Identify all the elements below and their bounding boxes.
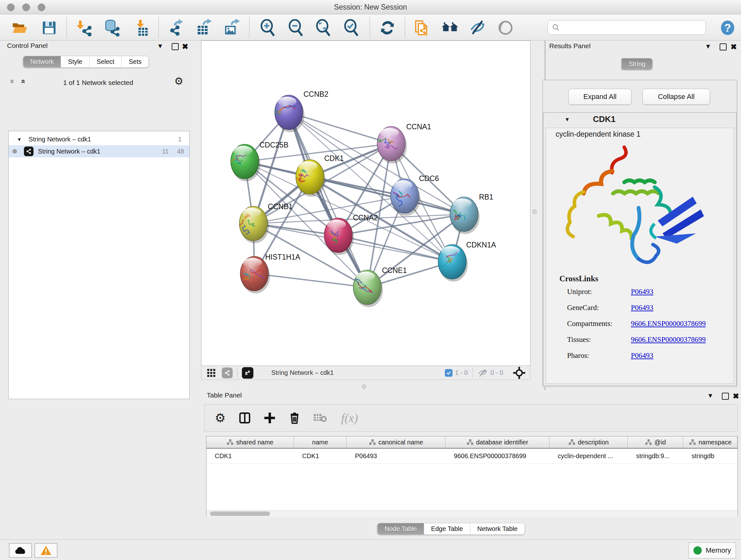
network-edge[interactable] bbox=[338, 235, 452, 262]
control-panel-float-icon[interactable] bbox=[172, 43, 179, 50]
network-node-HIST1H1A[interactable]: HIST1H1A bbox=[240, 253, 300, 294]
tab-sets[interactable]: Sets bbox=[122, 56, 149, 68]
zoom-in-icon[interactable] bbox=[259, 19, 277, 37]
zoom-selected-icon[interactable] bbox=[343, 19, 360, 37]
shared-column-icon bbox=[645, 439, 652, 445]
function-builder-icon[interactable]: f(x) bbox=[341, 411, 358, 425]
table-panel-float-icon[interactable] bbox=[722, 393, 729, 400]
network-node-CCNE1[interactable]: CCNE1 bbox=[353, 266, 407, 307]
network-node-CDKN1A[interactable]: CDKN1A bbox=[438, 241, 496, 282]
expand-all-button[interactable]: Expand All bbox=[568, 89, 631, 105]
tab-network-table[interactable]: Network Table bbox=[470, 523, 525, 535]
network-node-CCNA1[interactable]: CCNA1 bbox=[377, 123, 431, 164]
network-edge[interactable] bbox=[254, 273, 367, 287]
network-edge[interactable] bbox=[289, 112, 367, 287]
help-icon[interactable]: ? bbox=[719, 19, 737, 37]
results-panel-close-icon[interactable]: ✖ bbox=[731, 43, 737, 51]
tab-style[interactable]: Style bbox=[61, 56, 89, 68]
column-header--id[interactable]: @id bbox=[628, 436, 683, 448]
network-row[interactable]: String Network – cdk1 11 48 bbox=[9, 145, 189, 158]
save-session-icon[interactable] bbox=[40, 19, 58, 37]
table-row[interactable]: CDK1CDK1P064939606.ENSP00000378699cyclin… bbox=[206, 449, 738, 463]
search-input[interactable] bbox=[560, 23, 695, 32]
detach-view-icon[interactable] bbox=[242, 367, 253, 379]
crosslink-value-link[interactable]: P06493 bbox=[631, 288, 653, 296]
export-image-icon[interactable] bbox=[222, 19, 240, 37]
column-header-name[interactable]: name bbox=[294, 436, 347, 448]
control-panel-close-icon[interactable]: ✖ bbox=[182, 42, 188, 51]
column-header-description[interactable]: description bbox=[549, 436, 628, 448]
warnings-button[interactable] bbox=[35, 543, 57, 558]
network-canvas[interactable]: CCNB2CCNA1CDC25BCDK1CDC6RB1CCNB1CCNA2CDK… bbox=[201, 41, 530, 366]
delete-table-icon[interactable] bbox=[313, 413, 327, 423]
hide-panels-icon[interactable] bbox=[468, 19, 486, 37]
column-header-canonical-name[interactable]: canonical name bbox=[347, 436, 446, 448]
network-view-toolbar: String Network – cdk1 1 - 0 0 - 0 bbox=[201, 366, 530, 380]
import-network-file-icon[interactable] bbox=[75, 19, 92, 37]
memory-button[interactable]: Memory bbox=[689, 543, 736, 558]
table-panel-title: Table Panel bbox=[207, 391, 242, 399]
bird-eye-crosshair-icon[interactable] bbox=[513, 367, 526, 379]
network-node-RB1[interactable]: RB1 bbox=[450, 193, 493, 234]
network-node-CCNA2[interactable]: CCNA2 bbox=[324, 213, 378, 255]
clone-network-icon[interactable] bbox=[414, 19, 431, 37]
show-columns-icon[interactable] bbox=[239, 412, 251, 424]
tab-select[interactable]: Select bbox=[90, 56, 122, 68]
string-view-icon[interactable] bbox=[222, 368, 232, 378]
network-node-CCNB2[interactable]: CCNB2 bbox=[274, 90, 328, 132]
crosslink-value-link[interactable]: 9606.ENSP00000378699 bbox=[631, 335, 706, 344]
horizontal-splitter-handle[interactable] bbox=[362, 384, 366, 389]
open-session-icon[interactable] bbox=[11, 19, 29, 37]
tab-edge-table[interactable]: Edge Table bbox=[424, 523, 470, 535]
node-label: CCNB2 bbox=[304, 90, 328, 98]
results-panel-menu-icon[interactable]: ▼ bbox=[705, 43, 711, 50]
crosslink-value-link[interactable]: 9606.ENSP00000378699 bbox=[631, 320, 706, 328]
table-panel-close-icon[interactable]: ✖ bbox=[733, 392, 739, 401]
export-table-icon[interactable] bbox=[195, 19, 212, 37]
zoom-fit-icon[interactable] bbox=[315, 19, 333, 37]
import-table-icon[interactable] bbox=[132, 19, 150, 37]
control-panel-menu-icon[interactable]: ▼ bbox=[157, 43, 163, 50]
vertical-splitter-handle[interactable] bbox=[532, 209, 537, 214]
current-network-dot-icon bbox=[12, 149, 17, 153]
table-panel-menu-icon[interactable]: ▼ bbox=[707, 392, 714, 399]
crosslink-value-link[interactable]: P06493 bbox=[631, 352, 653, 360]
memory-label: Memory bbox=[705, 546, 731, 555]
tree-options-gear-icon[interactable]: ⚙ bbox=[174, 75, 184, 87]
hidden-eye-icon[interactable] bbox=[477, 368, 488, 378]
apply-layout-icon[interactable] bbox=[379, 19, 396, 37]
tab-node-table[interactable]: Node Table bbox=[377, 523, 424, 535]
crosslink-value-link[interactable]: P06493 bbox=[631, 304, 653, 312]
string-network-graph[interactable]: CCNB2CCNA1CDC25BCDK1CDC6RB1CCNB1CCNA2CDK… bbox=[201, 41, 530, 366]
export-network-icon[interactable] bbox=[167, 19, 185, 37]
add-column-icon[interactable] bbox=[263, 412, 276, 424]
table-horizontal-scrollbar[interactable] bbox=[207, 510, 737, 517]
crosslinks-list: Uniprot: P06493 GeneCard: P06493 Compart… bbox=[567, 288, 730, 368]
gene-collapse-triangle-icon[interactable]: ▼ bbox=[564, 117, 570, 123]
table-options-gear-icon[interactable]: ⚙ bbox=[215, 411, 226, 425]
column-header-database-identifier[interactable]: database identifier bbox=[446, 436, 549, 448]
import-network-database-icon[interactable] bbox=[103, 19, 121, 37]
search-field[interactable] bbox=[548, 20, 706, 35]
column-header-namespace[interactable]: namespace bbox=[683, 436, 738, 448]
tab-network[interactable]: Network bbox=[23, 56, 61, 68]
toggle-bird-eye-icon[interactable] bbox=[496, 19, 515, 37]
tab-string[interactable]: String bbox=[621, 58, 653, 70]
collapse-triangle-icon[interactable]: ▼ bbox=[17, 137, 22, 142]
collapse-all-tree-icon[interactable]: » bbox=[8, 79, 17, 83]
show-all-panels-icon[interactable] bbox=[441, 19, 459, 37]
expand-all-tree-icon[interactable]: » bbox=[18, 79, 27, 83]
selected-checkbox-icon[interactable] bbox=[445, 369, 453, 377]
results-panel-float-icon[interactable] bbox=[720, 44, 727, 51]
node-label: CDKN1A bbox=[466, 241, 496, 249]
network-collection-row[interactable]: ▼ String Network – cdk1 1 bbox=[9, 133, 189, 145]
crosslink-label: Compartments: bbox=[567, 320, 631, 328]
scrollbar-thumb[interactable] bbox=[210, 511, 270, 516]
grid-view-icon[interactable] bbox=[206, 368, 216, 378]
column-header-shared-name[interactable]: shared name bbox=[206, 436, 294, 448]
cloud-button[interactable] bbox=[9, 543, 32, 558]
delete-column-icon[interactable] bbox=[288, 412, 301, 424]
node-label: CCNA2 bbox=[353, 213, 378, 222]
collapse-all-button[interactable]: Collapse All bbox=[643, 89, 710, 105]
zoom-out-icon[interactable] bbox=[287, 19, 305, 37]
